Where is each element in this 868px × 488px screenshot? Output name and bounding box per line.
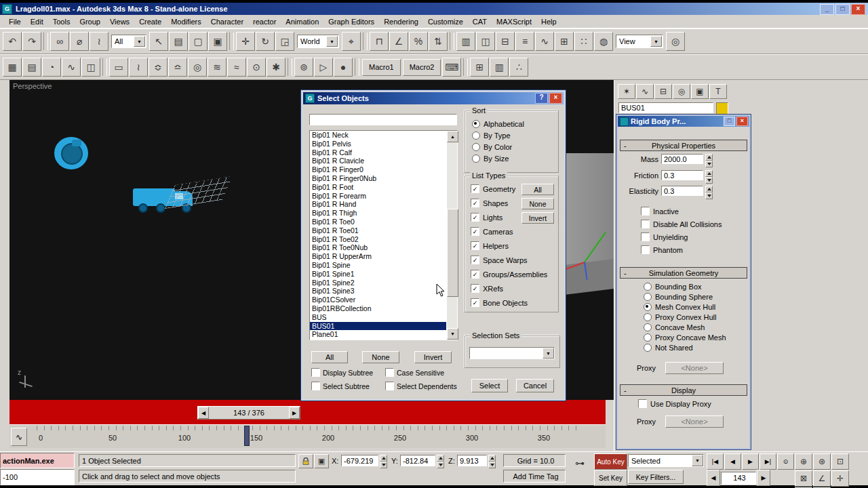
- list-item[interactable]: Bip01 R Thigh: [310, 209, 446, 218]
- render-type-dropdown-arrow-icon[interactable]: ▼: [650, 36, 662, 47]
- list-item[interactable]: Bip01 R UpperArm: [310, 252, 446, 261]
- sort-option-by-type[interactable]: By Type: [465, 129, 558, 141]
- select-and-link-icon[interactable]: ∞: [50, 32, 69, 51]
- radio-icon[interactable]: [472, 131, 480, 140]
- angular-dashpot-icon[interactable]: ≏: [168, 58, 187, 77]
- display-proxy-none-button[interactable]: <None>: [665, 415, 724, 428]
- checkbox-icon[interactable]: ✓: [471, 227, 479, 236]
- x-spinner-down[interactable]: [380, 462, 387, 468]
- cancel-button[interactable]: Cancel: [516, 379, 554, 392]
- maximize-icon[interactable]: □: [835, 4, 850, 15]
- rigid-body-titlebar[interactable]: Rigid Body Pr... □ ×: [618, 116, 749, 127]
- redo-icon[interactable]: ↷: [22, 32, 41, 51]
- radio-icon[interactable]: [644, 323, 652, 331]
- elasticity-spinner-down[interactable]: [705, 192, 713, 199]
- list-item[interactable]: Bip01 Spine2: [310, 279, 446, 287]
- list-item[interactable]: Bip01 R Finger0Nub: [310, 174, 446, 183]
- time-slider-handle[interactable]: ◀ 143 / 376 ▶: [197, 406, 300, 420]
- quick-render-icon[interactable]: ◎: [666, 32, 685, 51]
- checkbox-icon[interactable]: [311, 382, 320, 390]
- current-frame-marker[interactable]: [244, 426, 250, 446]
- rigid-body-collection-icon[interactable]: ▦: [3, 58, 22, 77]
- radio-icon[interactable]: [644, 333, 652, 342]
- list-item[interactable]: Bip01 R Foot: [310, 183, 446, 192]
- physical-properties-rollout[interactable]: - Physical Properties: [620, 140, 747, 151]
- radio-icon[interactable]: [644, 303, 652, 311]
- mass-spinner[interactable]: [705, 154, 713, 167]
- object-name-field[interactable]: BUS01: [618, 102, 713, 113]
- checkbox-icon[interactable]: [311, 368, 320, 377]
- menu-character[interactable]: Character: [206, 16, 248, 27]
- checkbox-icon[interactable]: ✓: [471, 199, 479, 207]
- list-item[interactable]: Bip01RBCollection: [310, 304, 446, 313]
- checkbox-icon[interactable]: ✓: [471, 184, 479, 193]
- list-type-groups-assemblies[interactable]: ✓Groups/Assemblies: [465, 267, 558, 281]
- edit-named-selections-icon[interactable]: ▥: [456, 32, 475, 51]
- radio-icon[interactable]: [472, 120, 480, 128]
- friction-spinner[interactable]: [705, 170, 713, 184]
- none-button[interactable]: None: [362, 351, 399, 363]
- key-mode-toggle[interactable]: ⊙: [777, 453, 794, 470]
- use-display-proxy-checkbox[interactable]: Use Display Proxy: [638, 399, 711, 408]
- pan-icon[interactable]: ✛: [831, 470, 849, 487]
- reference-coordinate-system-dropdown[interactable]: World▼: [297, 35, 339, 48]
- help-icon[interactable]: ?: [535, 93, 548, 104]
- checkbox-icon[interactable]: [641, 245, 650, 254]
- friction-field[interactable]: 0.3: [661, 170, 703, 180]
- checkbox-icon[interactable]: [641, 207, 650, 216]
- deforming-mesh-collection-icon[interactable]: ◫: [81, 58, 100, 77]
- key-filter-dropdown[interactable]: Selected ▼: [628, 454, 704, 467]
- list-item[interactable]: Bip01 Spine1: [310, 270, 446, 279]
- checkbox-icon[interactable]: [385, 382, 394, 390]
- next-frame-button[interactable]: ▶: [757, 470, 770, 486]
- y-spinner[interactable]: [437, 455, 444, 468]
- list-type-cameras[interactable]: ✓Cameras: [465, 224, 558, 239]
- elasticity-field[interactable]: 0.3: [661, 186, 703, 196]
- set-key-button[interactable]: Set Key: [594, 470, 627, 486]
- mass-spinner-up[interactable]: [705, 154, 713, 161]
- z-spinner-slot[interactable]: [488, 455, 496, 468]
- selection-region-icon[interactable]: ▢: [189, 32, 208, 51]
- mirror-icon[interactable]: ◫: [476, 32, 495, 51]
- water-icon[interactable]: ≈: [227, 58, 246, 77]
- unlink-selection-icon[interactable]: ⌀: [70, 32, 89, 51]
- selection-filter-dropdown-arrow-icon[interactable]: ▼: [134, 36, 145, 47]
- analyze-world-icon[interactable]: ⊚: [294, 58, 313, 77]
- radio-icon[interactable]: [644, 293, 652, 301]
- simulation-geometry-rollout[interactable]: - Simulation Geometry: [620, 267, 747, 279]
- list-item[interactable]: Bip01 R Forearm: [310, 192, 446, 201]
- preview-animation-icon[interactable]: ▷: [314, 58, 333, 77]
- angle-snap-icon[interactable]: ∠: [389, 32, 408, 51]
- rigid-body-properties-window[interactable]: Rigid Body Pr... □ × - Physical Properti…: [616, 114, 751, 450]
- absolute-offset-mode-icon[interactable]: ▣: [314, 454, 329, 468]
- list-item[interactable]: Bip01 R Finger0: [310, 165, 446, 174]
- radio-icon[interactable]: [644, 283, 652, 291]
- zoom-extents-icon[interactable]: ⊡: [831, 453, 849, 470]
- list-item[interactable]: Plane01: [310, 330, 446, 339]
- inactive-checkbox[interactable]: Inactive: [641, 207, 679, 216]
- zoom-all-icon[interactable]: ⊛: [813, 453, 831, 470]
- checkbox-icon[interactable]: ✓: [471, 298, 479, 307]
- y-coordinate-field[interactable]: -812.84: [400, 455, 435, 466]
- x-spinner-slot[interactable]: [380, 455, 387, 468]
- select-button[interactable]: Select: [471, 379, 508, 392]
- create-tab[interactable]: ✶: [618, 84, 635, 99]
- curve-editor-icon[interactable]: ∿: [535, 32, 554, 51]
- list-item[interactable]: Bip01 Pelvis: [310, 140, 446, 148]
- checkbox-icon[interactable]: [638, 399, 647, 408]
- timeline-ruler[interactable]: ∿ 050100150200250300350: [9, 424, 606, 448]
- snap-toggle-icon[interactable]: ⊓: [370, 32, 389, 51]
- select-objects-dialog[interactable]: G Select Objects ? × Bip01 NeckBip01 Pel…: [300, 89, 566, 401]
- select-subtree-checkbox[interactable]: Select Subtree: [311, 382, 370, 390]
- checkbox-icon[interactable]: ✓: [471, 256, 479, 264]
- reference-coordinate-system-dropdown-arrow-icon[interactable]: ▼: [326, 36, 338, 47]
- window-crossing-icon[interactable]: ▣: [208, 32, 227, 51]
- all-button[interactable]: All: [311, 351, 348, 363]
- checkbox-icon[interactable]: ✓: [471, 241, 479, 250]
- list-types-none-button[interactable]: None: [521, 198, 554, 209]
- mini-curve-editor-icon[interactable]: ∿: [11, 428, 27, 446]
- selection-sets-arrow-icon[interactable]: ▼: [542, 348, 554, 359]
- sim-geometry-bounding-box[interactable]: Bounding Box: [644, 283, 702, 291]
- spinner-snap-icon[interactable]: ⇅: [429, 32, 448, 51]
- select-by-name-icon[interactable]: ▤: [169, 32, 188, 51]
